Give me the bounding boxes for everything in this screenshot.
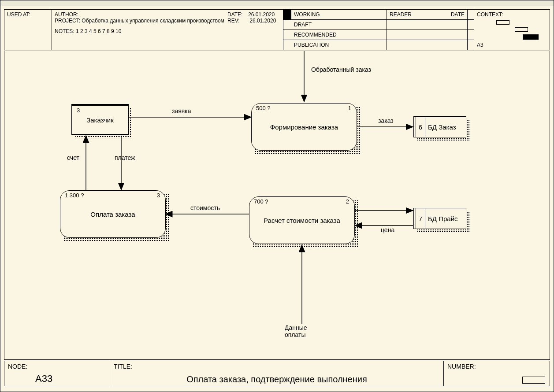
activity-calc-cost: 700 ? 2 Расчет стоимости заказа xyxy=(249,196,355,244)
context-value: A3 xyxy=(477,42,483,48)
diagram-canvas: 3 Заказчик 500 ? 1 Формирование заказа 6… xyxy=(4,51,550,360)
datastore-price-db: 7 БД Прайс xyxy=(413,208,466,229)
entity-customer-label: Заказчик xyxy=(86,116,114,124)
context-box-2 xyxy=(515,27,528,32)
context-cell: CONTEXT: A3 xyxy=(474,10,548,50)
datastore-price-db-label: БД Прайс xyxy=(425,215,458,222)
date-value: 26.01.2020 xyxy=(248,11,275,18)
flow-order: заказ xyxy=(378,117,394,124)
project-value: Обработка данных управления складским пр… xyxy=(82,18,224,24)
flow-cost: стоимость xyxy=(190,204,220,211)
datastore-price-db-id: 7 xyxy=(416,208,425,229)
flow-payment-data-l1: Данные xyxy=(285,324,307,331)
notes-value: 1 2 3 4 5 6 7 8 9 10 xyxy=(76,28,121,34)
flow-payment-data-l2: оплаты xyxy=(285,331,306,338)
author-project-cell: AUTHOR: PROJECT: Обработка данных управл… xyxy=(52,10,283,50)
flow-processed-order: Обработанный заказ xyxy=(311,66,371,73)
window-titlebar xyxy=(0,0,554,6)
activity-form-order-cost: 500 ? xyxy=(256,105,271,111)
context-box-1 xyxy=(496,20,509,25)
activity-calc-cost-num: 2 xyxy=(346,198,349,205)
status-draft: DRAFT xyxy=(294,22,312,28)
activity-calc-cost-cost: 700 ? xyxy=(254,198,268,205)
flow-payment: платеж xyxy=(115,154,135,161)
status-column: WORKING READER DATE DRAFT RECOMMENDED PU… xyxy=(283,10,474,50)
footer-node-label: NODE: xyxy=(8,363,27,370)
entity-customer-id: 3 xyxy=(77,107,80,114)
context-box-active xyxy=(523,34,539,40)
notes-label: NOTES: xyxy=(55,28,74,34)
idef0-header: USED AT: AUTHOR: PROJECT: Обработка данн… xyxy=(4,9,550,50)
activity-pay-order-cost: 1 300 ? xyxy=(65,192,84,199)
footer-node-value: A33 xyxy=(35,373,52,385)
datastore-order-db-label: БД Заказ xyxy=(425,123,456,131)
footer-number-cell: NUMBER: xyxy=(444,361,550,386)
date-label: DATE: xyxy=(227,11,242,18)
footer-number-label: NUMBER: xyxy=(447,363,476,370)
project-label: PROJECT: xyxy=(55,18,80,24)
footer-number-box xyxy=(522,377,545,384)
rev-value: 26.01.2020 xyxy=(249,18,276,24)
footer-title-cell: TITLE: Оплата заказа, подтверждение выпо… xyxy=(110,361,444,386)
idef0-footer: NODE: A33 TITLE: Оплата заказа, подтверж… xyxy=(4,361,550,386)
used-at-label: USED AT: xyxy=(7,11,30,18)
context-label: CONTEXT: xyxy=(477,11,503,18)
activity-form-order-label: Формирование заказа xyxy=(270,123,338,131)
status-recommended: RECOMMENDED xyxy=(294,32,337,38)
footer-node-cell: NODE: A33 xyxy=(4,361,110,386)
flow-price: цена xyxy=(381,226,394,233)
rev-label: REV: xyxy=(227,18,240,24)
activity-pay-order-num: 3 xyxy=(157,192,160,199)
activity-pay-order: 1 300 ? 3 Оплата заказа xyxy=(60,190,166,238)
entity-customer: 3 Заказчик xyxy=(71,104,129,135)
diagram-page: USED AT: AUTHOR: PROJECT: Обработка данн… xyxy=(0,0,554,392)
activity-calc-cost-label: Расчет стоимости заказа xyxy=(264,217,340,224)
activity-pay-order-label: Оплата заказа xyxy=(90,211,135,218)
datastore-order-db: 6 БД Заказ xyxy=(413,116,466,137)
date-black-marker xyxy=(283,10,291,19)
status-working: WORKING xyxy=(294,11,320,18)
used-at-cell: USED AT: xyxy=(4,10,52,50)
reader-label: READER xyxy=(390,11,412,18)
status-publication: PUBLICATION xyxy=(294,42,329,48)
flow-request: заявка xyxy=(172,107,191,115)
author-label: AUTHOR: xyxy=(55,11,78,18)
flow-invoice: счет xyxy=(67,154,79,161)
datastore-order-db-id: 6 xyxy=(416,117,425,137)
activity-form-order: 500 ? 1 Формирование заказа xyxy=(251,103,357,151)
footer-title-value: Оплата заказа, подтверждение выполнения xyxy=(114,374,440,385)
reader-date-label: DATE xyxy=(451,11,465,18)
activity-form-order-num: 1 xyxy=(348,105,351,111)
footer-title-label: TITLE: xyxy=(114,363,132,370)
